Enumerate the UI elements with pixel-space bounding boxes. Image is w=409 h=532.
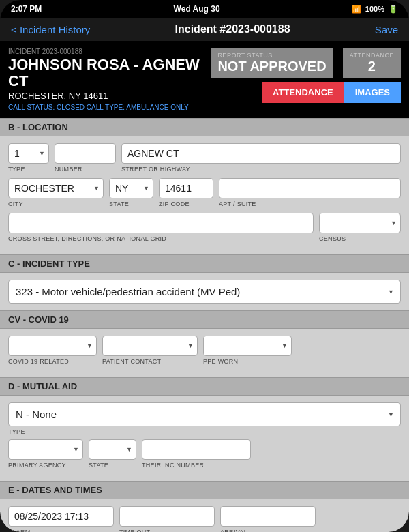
mutual-state-select[interactable] <box>89 439 136 460</box>
main-content: INCIDENT 2023-000188 JOHNSON ROSA - AGNE… <box>0 41 409 532</box>
dates-header: E - DATES AND TIMES <box>0 481 409 499</box>
arrival-group: ARRIVAL <box>220 506 316 532</box>
nav-bar: < Incident History Incident #2023-000188… <box>0 18 409 41</box>
report-status-container: REPORT STATUS NOT APPROVED <box>211 48 333 78</box>
incident-type-select[interactable]: 323 - Motor vehicle/pedestrian accident … <box>8 280 401 304</box>
street-group: STREET OR HIGHWAY <box>121 143 401 173</box>
incident-type-header: C - INCIDENT TYPE <box>0 254 409 273</box>
status-indicators: 📶 100% 🔋 <box>352 5 398 14</box>
incident-type-wrapper: 323 - Motor vehicle/pedestrian accident … <box>8 280 401 304</box>
cross-street-label: CROSS STREET, DIRECTIONS, OR NATIONAL GR… <box>8 235 314 242</box>
battery-icon: 🔋 <box>389 5 398 14</box>
city-group: ROCHESTER CITY <box>8 178 104 207</box>
back-button[interactable]: < Incident History <box>11 24 90 35</box>
type-label: TYPE <box>8 166 49 173</box>
zip-group: ZIP CODE <box>159 178 213 207</box>
dates-row: ALARM TIME OUT ARRIVAL <box>8 506 401 532</box>
status-time: 2:07 PM <box>11 4 42 14</box>
ppe-worn-label: PPE WORN <box>203 358 292 365</box>
covid-row: COVID 19 RELATED PATIENT CONTACT <box>8 336 401 365</box>
report-status-label: REPORT STATUS <box>217 52 326 59</box>
ppe-worn-group: PPE WORN <box>203 336 292 365</box>
covid-related-select[interactable] <box>8 336 97 356</box>
call-status: CALL STATUS: CLOSED CALL TYPE: AMBULANCE… <box>8 104 211 111</box>
census-select[interactable] <box>319 213 401 233</box>
nav-title: Incident #2023-000188 <box>175 23 290 35</box>
mutual-state-group: STATE <box>89 439 136 469</box>
their-inc-input[interactable] <box>142 439 251 460</box>
mutual-aid-select[interactable]: N - None <box>8 402 401 426</box>
patient-contact-group: PATIENT CONTACT <box>102 336 198 365</box>
apt-input[interactable] <box>219 178 401 198</box>
attendance-button[interactable]: ATTENDANCE <box>262 82 344 103</box>
state-group: NY STATE <box>109 178 153 207</box>
their-inc-group: THEIR INC NUMBER <box>142 439 251 469</box>
patient-contact-select[interactable] <box>102 336 198 356</box>
covid-header: CV - COVID 19 <box>0 310 409 329</box>
status-date: Wed Aug 30 <box>174 4 220 14</box>
location-row-3: CROSS STREET, DIRECTIONS, OR NATIONAL GR… <box>8 213 401 242</box>
apt-group: APT / SUITE <box>219 178 401 207</box>
primary-agency-group: PRIMARY AGENCY <box>8 439 83 469</box>
number-label: NUMBER <box>55 166 116 173</box>
covid-related-group: COVID 19 RELATED <box>8 336 97 365</box>
number-group: NUMBER <box>55 143 116 173</box>
alarm-label: ALARM <box>8 529 114 532</box>
cross-street-input[interactable] <box>8 213 314 233</box>
timeout-input[interactable] <box>119 506 215 527</box>
apt-label: APT / SUITE <box>219 201 401 207</box>
mutual-state-label: STATE <box>89 462 136 469</box>
street-input[interactable] <box>121 143 401 164</box>
incident-id: INCIDENT 2023-000188 <box>8 48 211 55</box>
number-input[interactable] <box>55 143 116 164</box>
census-label: CENSUS <box>319 235 401 242</box>
wifi-icon: 📶 <box>352 5 361 14</box>
ppe-worn-select[interactable] <box>203 336 292 356</box>
cross-street-group: CROSS STREET, DIRECTIONS, OR NATIONAL GR… <box>8 213 314 242</box>
incident-info: INCIDENT 2023-000188 JOHNSON ROSA - AGNE… <box>8 48 211 111</box>
attendance-label: ATTENDANCE <box>350 52 394 59</box>
status-bar: 2:07 PM Wed Aug 30 📶 100% 🔋 <box>0 0 409 18</box>
mutual-aid-row-2: PRIMARY AGENCY STATE THEIR INC NUMBER <box>8 439 401 469</box>
location-header: B - LOCATION <box>0 118 409 136</box>
timeout-label: TIME OUT <box>119 529 215 532</box>
zip-input[interactable] <box>159 178 213 198</box>
incident-address: ROCHESTER, NY 14611 <box>8 91 211 101</box>
arrival-input[interactable] <box>220 506 316 527</box>
attendance-value: 2 <box>350 59 394 74</box>
their-inc-label: THEIR INC NUMBER <box>142 462 251 469</box>
alarm-group: ALARM <box>8 506 114 532</box>
zip-label: ZIP CODE <box>159 201 213 207</box>
dates-body: ALARM TIME OUT ARRIVAL <box>0 499 409 532</box>
incident-header: INCIDENT 2023-000188 JOHNSON ROSA - AGNE… <box>0 41 409 118</box>
mutual-aid-body: N - None TYPE PRIMARY AGENCY <box>0 396 409 481</box>
city-select[interactable]: ROCHESTER <box>8 178 104 198</box>
timeout-group: TIME OUT <box>119 506 215 532</box>
primary-agency-label: PRIMARY AGENCY <box>8 462 83 469</box>
mutual-aid-header: D - MUTUAL AID <box>0 377 409 396</box>
street-label: STREET OR HIGHWAY <box>121 166 401 173</box>
mutual-aid-type-label: TYPE <box>8 428 401 435</box>
report-status-value: NOT APPROVED <box>217 59 326 74</box>
attendance-container: ATTENDANCE 2 <box>343 48 401 78</box>
incident-name: JOHNSON ROSA - AGNEW CT <box>8 57 211 89</box>
location-row-1: 1 TYPE NUMBER STREET OR HIGHWAY <box>8 143 401 173</box>
covid-body: COVID 19 RELATED PATIENT CONTACT <box>0 329 409 377</box>
incident-type-body: 323 - Motor vehicle/pedestrian accident … <box>0 273 409 310</box>
location-row-2: ROCHESTER CITY NY STATE ZIP CODE <box>8 178 401 207</box>
patient-contact-label: PATIENT CONTACT <box>102 358 198 365</box>
census-group: CENSUS <box>319 213 401 242</box>
action-buttons: ATTENDANCE IMAGES <box>262 82 401 103</box>
covid-related-label: COVID 19 RELATED <box>8 358 97 365</box>
battery-indicator: 100% <box>365 5 384 13</box>
alarm-input[interactable] <box>8 506 114 527</box>
type-group: 1 TYPE <box>8 143 49 173</box>
save-button[interactable]: Save <box>375 24 398 35</box>
state-label: STATE <box>109 201 153 207</box>
primary-agency-select[interactable] <box>8 439 83 460</box>
type-select[interactable]: 1 <box>8 143 49 164</box>
mutual-aid-type-row: N - None TYPE <box>8 402 401 435</box>
mutual-aid-wrapper: N - None <box>8 402 401 426</box>
state-select[interactable]: NY <box>109 178 153 198</box>
images-button[interactable]: IMAGES <box>344 82 401 103</box>
